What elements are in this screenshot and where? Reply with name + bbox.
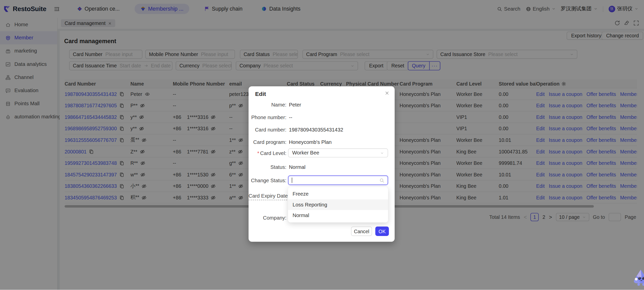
close-icon[interactable] bbox=[385, 91, 389, 95]
option-loss-reporting[interactable]: Loss Reporting bbox=[288, 199, 388, 210]
phone-value: -- bbox=[289, 115, 292, 120]
card-program-label: Card program: bbox=[249, 139, 287, 145]
change-status-dropdown: Freeze Loss Reporting Normal bbox=[288, 187, 388, 222]
status-value: Normal bbox=[289, 165, 305, 170]
option-freeze[interactable]: Freeze bbox=[288, 189, 388, 199]
card-number-label: Card number: bbox=[249, 127, 287, 133]
assistant-mascot[interactable] bbox=[632, 268, 644, 289]
option-normal[interactable]: Normal bbox=[288, 210, 388, 221]
cancel-button[interactable]: Cancel bbox=[351, 226, 372, 236]
mascot-icon bbox=[632, 268, 644, 288]
phone-label: Phone number: bbox=[249, 115, 287, 120]
search-icon bbox=[379, 178, 385, 183]
company-label: Company: bbox=[249, 215, 287, 221]
card-expiry-label: Card Expiry Date: bbox=[249, 193, 289, 200]
status-label: Status: bbox=[249, 165, 287, 170]
modal-title: Edit bbox=[255, 90, 266, 97]
name-label: Name: bbox=[249, 102, 287, 108]
text-caret bbox=[292, 178, 292, 183]
card-program-value: Honeycomb's Plan bbox=[289, 139, 331, 145]
card-level-label: Card Level: bbox=[260, 150, 287, 156]
required-mark: * bbox=[257, 150, 259, 156]
name-value: Peter bbox=[289, 102, 301, 108]
ok-button[interactable]: OK bbox=[375, 226, 389, 236]
card-level-select[interactable]: Worker Bee bbox=[288, 148, 388, 157]
change-status-label: Change Status: bbox=[249, 178, 287, 183]
chevron-down-icon bbox=[380, 151, 384, 155]
card-level-value: Worker Bee bbox=[292, 150, 319, 156]
app-window: RestoSuite Operation ce... Membership ..… bbox=[0, 0, 644, 290]
card-number-value: 1987809430355431432 bbox=[289, 127, 343, 133]
change-status-input[interactable] bbox=[288, 175, 388, 185]
